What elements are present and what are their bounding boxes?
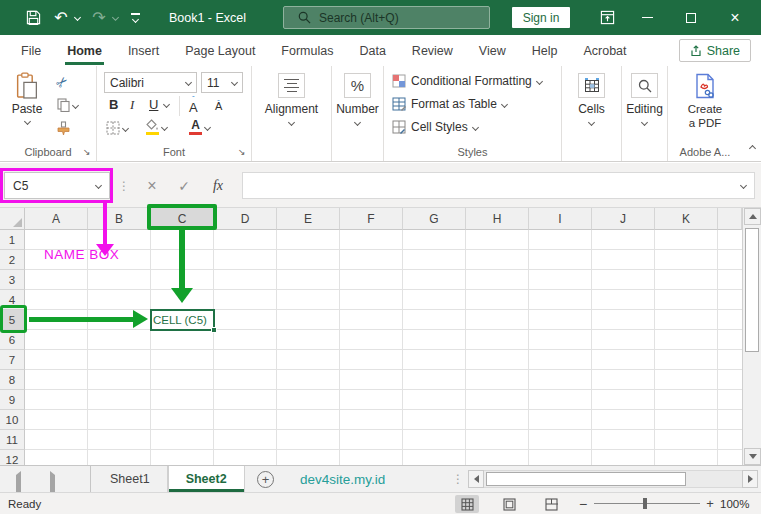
cancel-button[interactable]: × [138, 172, 166, 199]
insert-function-button[interactable]: fx [204, 172, 232, 199]
format-as-table-button[interactable]: Format as Table [392, 97, 507, 111]
column-header-A[interactable]: A [25, 208, 88, 230]
scroll-right-button[interactable] [742, 470, 758, 488]
row-header-6[interactable]: 6 [0, 330, 25, 350]
next-sheet-button[interactable] [50, 475, 55, 493]
tab-acrobat[interactable]: Acrobat [570, 35, 639, 66]
font-size-select[interactable]: 11 [201, 72, 243, 93]
column-header-B[interactable]: B [88, 208, 151, 230]
number-format-button[interactable]: % Number [332, 66, 383, 161]
tab-data[interactable]: Data [346, 35, 398, 66]
row-header-7[interactable]: 7 [0, 350, 25, 370]
tab-home[interactable]: Home [54, 35, 115, 66]
tab-insert[interactable]: Insert [115, 35, 172, 66]
redo-button[interactable]: ↷ [88, 0, 110, 35]
bold-button[interactable]: B [109, 97, 118, 112]
zoom-out-button[interactable]: − [576, 493, 590, 514]
name-box[interactable]: C5 [4, 172, 110, 199]
fill-handle[interactable] [211, 327, 217, 333]
tab-view[interactable]: View [466, 35, 519, 66]
page-layout-view-button[interactable] [497, 495, 521, 513]
horizontal-scrollbar-track[interactable] [484, 470, 742, 488]
column-header-J[interactable]: J [592, 208, 655, 230]
font-family-select[interactable]: Calibri [104, 72, 197, 93]
row-header-9[interactable]: 9 [0, 390, 25, 410]
page-break-preview-button[interactable] [539, 495, 563, 513]
copy-button[interactable] [57, 98, 78, 112]
paste-button[interactable]: Paste [8, 72, 46, 124]
horizontal-scrollbar-thumb[interactable] [486, 472, 686, 486]
formula-input[interactable] [242, 172, 755, 199]
italic-button[interactable]: I [130, 97, 134, 113]
column-header-C[interactable]: C [151, 208, 214, 230]
zoom-slider[interactable] [594, 503, 700, 504]
redo-dropdown[interactable] [109, 0, 121, 35]
tab-page-layout[interactable]: Page Layout [172, 35, 268, 66]
format-painter-button[interactable] [56, 121, 71, 136]
sign-in-button[interactable]: Sign in [512, 7, 570, 28]
column-header-K[interactable]: K [655, 208, 718, 230]
active-cell-c5[interactable]: CELL (C5) [150, 309, 215, 331]
column-header-I[interactable]: I [529, 208, 592, 230]
select-all-button[interactable] [0, 208, 25, 230]
decrease-font-size-button[interactable]: ˆA [215, 96, 222, 112]
column-header-D[interactable]: D [214, 208, 277, 230]
undo-dropdown[interactable] [71, 0, 83, 35]
alignment-button[interactable]: Alignment [252, 66, 331, 161]
sheet-tab-sheet1[interactable]: Sheet1 [93, 466, 168, 492]
share-button[interactable]: Share [679, 39, 751, 62]
column-header-F[interactable]: F [340, 208, 403, 230]
zoom-in-button[interactable]: + [703, 493, 717, 514]
font-color-button[interactable]: A [189, 119, 210, 135]
underline-button[interactable]: U [149, 97, 158, 112]
cut-button[interactable]: ✂ [56, 74, 68, 90]
conditional-formatting-button[interactable]: Conditional Formatting [392, 74, 542, 88]
row-header-11[interactable]: 11 [0, 430, 25, 450]
close-button[interactable]: × [720, 0, 750, 35]
new-sheet-button[interactable]: + [257, 471, 274, 488]
column-header-G[interactable]: G [403, 208, 466, 230]
row-header-12[interactable]: 12 [0, 450, 25, 465]
font-dialog-launcher[interactable]: ↘ [238, 147, 248, 157]
cells-area[interactable] [25, 230, 742, 465]
undo-button[interactable]: ↶ [50, 0, 72, 35]
enter-button[interactable]: ✓ [170, 172, 198, 199]
scroll-down-button[interactable] [744, 448, 761, 465]
vertical-scrollbar-thumb[interactable] [745, 228, 759, 352]
search-input[interactable]: Search (Alt+Q) [283, 6, 490, 29]
row-header-4[interactable]: 4 [0, 290, 25, 310]
row-header-1[interactable]: 1 [0, 230, 25, 250]
clipboard-dialog-launcher[interactable]: ↘ [83, 147, 93, 157]
tab-file[interactable]: File [8, 35, 54, 66]
horizontal-scrollbar[interactable] [468, 470, 758, 488]
tab-review[interactable]: Review [399, 35, 466, 66]
row-header-2[interactable]: 2 [0, 250, 25, 270]
normal-view-button[interactable] [455, 495, 479, 513]
maximize-button[interactable] [676, 0, 706, 35]
tab-formulas[interactable]: Formulas [268, 35, 346, 66]
zoom-slider-thumb[interactable] [643, 498, 647, 509]
collapse-ribbon-button[interactable] [750, 137, 755, 155]
tab-help[interactable]: Help [519, 35, 571, 66]
previous-sheet-button[interactable] [16, 475, 21, 493]
row-header-3[interactable]: 3 [0, 270, 25, 290]
column-header-H[interactable]: H [466, 208, 529, 230]
ribbon-display-options-button[interactable] [592, 0, 622, 35]
row-header-10[interactable]: 10 [0, 410, 25, 430]
zoom-level[interactable]: 100% [720, 493, 749, 514]
scroll-up-button[interactable] [744, 208, 761, 225]
increase-font-size-button[interactable]: ˆA [189, 96, 198, 114]
save-button[interactable] [20, 0, 46, 35]
borders-button[interactable] [106, 121, 128, 135]
row-header-5[interactable]: 5 [0, 310, 25, 330]
cells-button[interactable]: Cells [562, 66, 621, 161]
cell-styles-button[interactable]: Cell Styles [392, 120, 478, 134]
column-header-E[interactable]: E [277, 208, 340, 230]
editing-button[interactable]: Editing [622, 66, 667, 161]
underline-dropdown[interactable] [164, 102, 169, 107]
vertical-scrollbar[interactable] [742, 208, 761, 465]
fill-color-button[interactable] [145, 119, 167, 135]
customize-quick-access-toolbar-button[interactable] [127, 0, 143, 35]
minimize-button[interactable] [632, 0, 662, 35]
row-header-8[interactable]: 8 [0, 370, 25, 390]
